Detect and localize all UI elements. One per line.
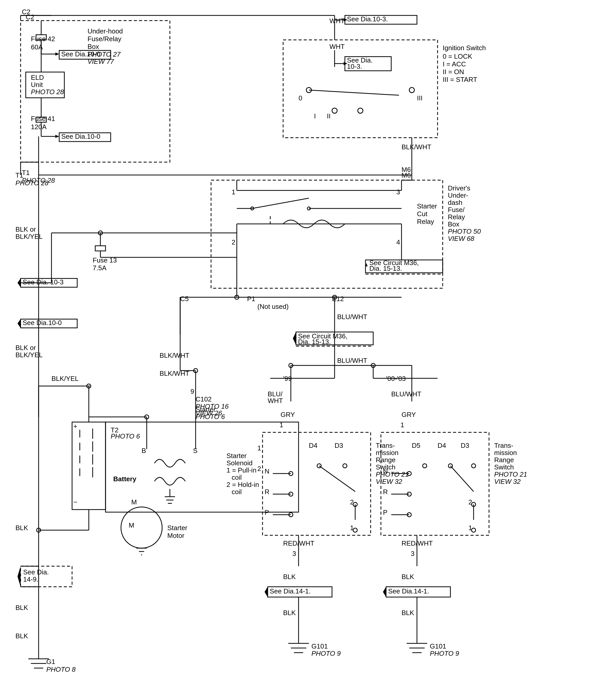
drivers-photo2: VIEW 68 bbox=[448, 235, 474, 242]
arrow-10-0-left bbox=[17, 319, 21, 328]
fuse41-label: Fuse 41 bbox=[31, 115, 55, 123]
m6-text: M6 bbox=[401, 166, 411, 173]
n-label-right: N bbox=[383, 467, 388, 475]
blu-wht-label-2: BLU/WHT bbox=[337, 357, 367, 364]
starter-sol-label6: coil bbox=[232, 488, 242, 496]
motor-m: M bbox=[129, 522, 134, 529]
ig-switch-arm bbox=[309, 90, 399, 95]
ig-pos-0: 0 bbox=[299, 94, 302, 102]
sw-right-arm1 bbox=[450, 466, 474, 492]
r-label-left: R bbox=[265, 488, 270, 496]
starter-motor-label2: Motor bbox=[167, 532, 185, 539]
drivers-label5: Relay bbox=[448, 213, 465, 221]
trans-right-label2: mission bbox=[494, 449, 517, 457]
starter-cut-label3: Relay bbox=[417, 218, 434, 225]
p-label-right: P bbox=[383, 508, 387, 516]
sw-right-d5-contact bbox=[423, 464, 427, 468]
ig-1-label: I = ACC bbox=[443, 60, 466, 68]
drivers-underdash-box bbox=[211, 180, 443, 288]
blk-label-right2: BLK bbox=[401, 609, 414, 617]
t1-photo-label: PHOTO 28 bbox=[22, 176, 55, 184]
see-dia-10-3-inner-text2: 10-3. bbox=[347, 63, 362, 70]
blk-label-g1: BLK bbox=[15, 632, 28, 640]
battery-outline bbox=[72, 422, 106, 509]
under-hood-title: Under-hood bbox=[87, 27, 123, 35]
pin1-trans-right: 1 bbox=[400, 421, 404, 429]
g101-left-label: G101 bbox=[311, 642, 328, 650]
pin2-relay: 2 bbox=[232, 238, 235, 246]
see-dia-10-0-left: See Dia.10-0 bbox=[23, 319, 62, 327]
gry-label-1: GRY bbox=[281, 411, 295, 418]
drivers-label6: Box bbox=[448, 220, 460, 228]
pin3-left: 3 bbox=[292, 550, 296, 558]
drivers-label2: Under- bbox=[448, 192, 468, 199]
drivers-label1: Driver's bbox=[448, 184, 470, 192]
starter-motor-label1: Starter bbox=[167, 524, 187, 532]
under-hood-title3: Box bbox=[87, 43, 99, 50]
t1-text: T1 bbox=[22, 169, 30, 176]
blk-label-left2: BLK bbox=[283, 609, 296, 617]
starter-sol-label4: coil bbox=[232, 473, 242, 481]
not-used: (Not used) bbox=[258, 303, 288, 311]
g101-right-label: G101 bbox=[430, 642, 446, 650]
battery-label: Battery bbox=[113, 475, 136, 483]
ig-contact-1 bbox=[332, 108, 337, 113]
blu-wht-label-1: BLU/WHT bbox=[337, 313, 367, 321]
see-circuit-m36-2: Dia. 15-13. bbox=[369, 264, 402, 272]
g101-right-photo: PHOTO 9 bbox=[430, 650, 459, 657]
eld-label2: Unit bbox=[31, 81, 43, 88]
starter-motor-circle bbox=[121, 507, 162, 548]
g1-photo: PHOTO 8 bbox=[46, 665, 76, 673]
c102-pin: 9 bbox=[191, 387, 194, 395]
pin3-right: 3 bbox=[411, 550, 414, 558]
drivers-photo1: PHOTO 50 bbox=[448, 228, 481, 235]
arrow2 bbox=[55, 135, 59, 138]
blu-wht-left-label2: WHT bbox=[268, 397, 283, 405]
eld-photo: PHOTO 28 bbox=[31, 88, 64, 96]
g1-label: G1 bbox=[46, 658, 55, 665]
arrow-14-1-right bbox=[383, 587, 386, 597]
ig-3-label: III = START bbox=[443, 76, 477, 83]
solenoid-coil1 bbox=[154, 459, 185, 467]
n-label-left: N bbox=[265, 467, 270, 475]
ig-contact-2 bbox=[358, 108, 363, 113]
pin3-relay: 3 bbox=[396, 188, 400, 196]
arrow1 bbox=[55, 52, 59, 55]
starter-sol-label5: 2 = Hold-in bbox=[227, 481, 259, 489]
ig-pos-1: I bbox=[314, 112, 316, 120]
see-circuit-m36-4: Dia. 15-13. bbox=[298, 338, 331, 345]
see-dia-14-9-text2: 14-9. bbox=[23, 575, 38, 583]
starter-sol-label2: Solenoid bbox=[227, 459, 252, 467]
trans-right-label1: Trans- bbox=[494, 442, 513, 449]
blk-label-below-14-9: BLK bbox=[15, 604, 28, 612]
blk-or-blk-yel-2a: BLK or bbox=[15, 344, 36, 352]
p-label-left: P bbox=[265, 508, 269, 516]
d3-label-left: D3 bbox=[334, 442, 343, 449]
relay-arm bbox=[252, 198, 309, 208]
arrow-10-3-left bbox=[17, 279, 21, 287]
sw-left-d3-contact bbox=[343, 464, 347, 468]
trans-left-label1: Trans- bbox=[376, 442, 395, 449]
starter-cut-label1: Starter bbox=[417, 202, 437, 210]
c2-text: C2 bbox=[22, 8, 30, 16]
m-terminal: M bbox=[131, 498, 137, 506]
blu-wht-right-label: BLU/WHT bbox=[391, 390, 421, 398]
d4-label-right: D4 bbox=[438, 442, 446, 449]
eld-label1: ELD bbox=[31, 74, 44, 81]
blk-label-batt: BLK bbox=[15, 524, 28, 532]
m36-arrow2 bbox=[293, 332, 296, 345]
blk-or-blk-yel-1a: BLK or bbox=[15, 225, 36, 233]
wiring-diagram: text { font-family: Arial, sans-serif; f… bbox=[0, 0, 593, 700]
drivers-label4: Fuse/ bbox=[448, 206, 465, 214]
fuse41-amp: 120A bbox=[31, 123, 47, 131]
b-terminal: B bbox=[142, 447, 146, 454]
trans-right-label3: Range bbox=[494, 456, 514, 464]
t2-photo: PHOTO 6 bbox=[111, 433, 140, 440]
ig-pos-3: III bbox=[417, 94, 423, 102]
ig-pos-2: II bbox=[327, 112, 330, 120]
ig-0-label: 0 = LOCK bbox=[443, 52, 473, 60]
p1-label: P1 bbox=[247, 295, 255, 303]
pin4-relay: 4 bbox=[396, 238, 400, 246]
trans-right-photo2: VIEW 32 bbox=[494, 478, 521, 485]
ig-switch-label: Ignition Switch bbox=[443, 44, 486, 52]
